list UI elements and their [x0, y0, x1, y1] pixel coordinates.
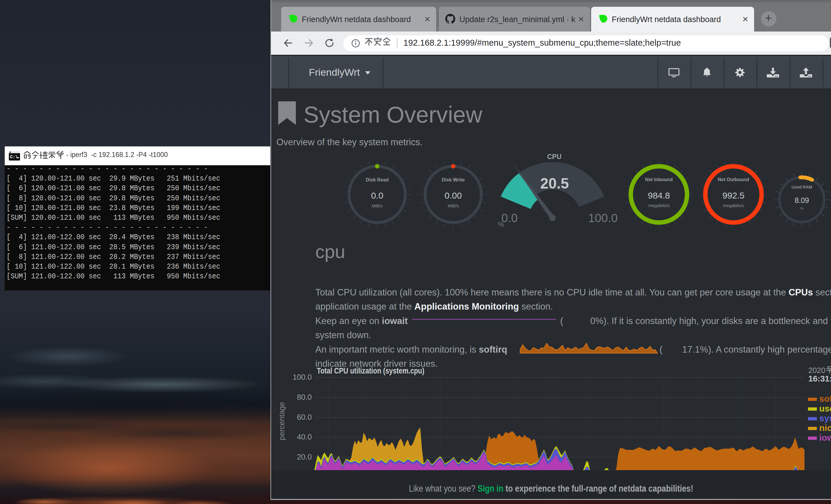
svg-text:8.09: 8.09	[795, 196, 809, 204]
svg-text:0.0: 0.0	[371, 190, 383, 200]
svg-text:C:\: C:\	[10, 155, 18, 160]
svg-text:992.5: 992.5	[722, 190, 744, 200]
svg-text:megabits/s: megabits/s	[723, 203, 744, 208]
svg-text:Net Outbound: Net Outbound	[718, 177, 749, 182]
svg-text:20.5: 20.5	[540, 175, 569, 192]
svg-text:Disk Write: Disk Write	[442, 177, 465, 182]
svg-text:megabits/s: megabits/s	[648, 203, 670, 208]
svg-text:Disk Read: Disk Read	[366, 177, 389, 182]
svg-text:MiB/s: MiB/s	[372, 203, 383, 208]
svg-text:0.00: 0.00	[445, 190, 462, 200]
svg-text:MiB/s: MiB/s	[448, 203, 459, 208]
svg-text:%: %	[800, 206, 804, 211]
svg-text:984.8: 984.8	[648, 190, 670, 200]
svg-text:100.0: 100.0	[588, 211, 618, 225]
svg-text:%: %	[498, 220, 504, 228]
svg-text:Net Inbound: Net Inbound	[645, 177, 672, 182]
svg-text:CPU: CPU	[547, 153, 562, 160]
svg-text:Used RAM: Used RAM	[792, 185, 812, 189]
